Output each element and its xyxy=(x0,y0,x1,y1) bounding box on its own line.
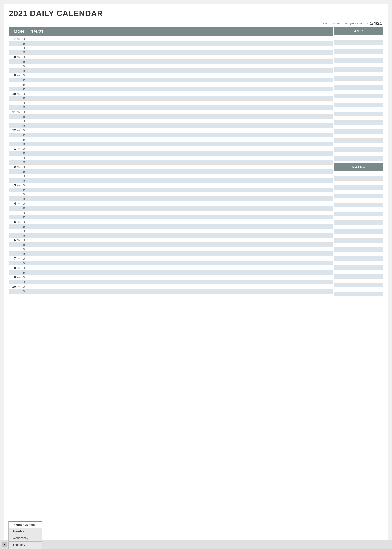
note-row[interactable] xyxy=(334,274,383,279)
time-row[interactable]: :45 xyxy=(9,252,333,256)
time-row[interactable]: :30 xyxy=(9,192,333,197)
note-row[interactable] xyxy=(334,221,383,225)
time-row[interactable]: :15 xyxy=(9,151,333,156)
task-row[interactable] xyxy=(334,125,383,130)
task-row[interactable] xyxy=(334,139,383,143)
note-row[interactable] xyxy=(334,283,383,287)
time-row[interactable]: 1PM:00 xyxy=(9,146,333,151)
note-row[interactable] xyxy=(334,261,383,265)
task-row[interactable] xyxy=(334,63,383,67)
note-row[interactable] xyxy=(334,265,383,270)
task-row[interactable] xyxy=(334,76,383,81)
time-row[interactable]: 8AM:00 xyxy=(9,55,333,60)
time-row[interactable]: :15 xyxy=(9,224,333,229)
time-row[interactable]: 4PM:00 xyxy=(9,201,333,206)
time-row[interactable]: :45 xyxy=(9,197,333,201)
time-row[interactable]: :30 xyxy=(9,211,333,215)
time-row[interactable]: 9PM:00 xyxy=(9,275,333,280)
task-row[interactable] xyxy=(334,112,383,116)
task-row[interactable] xyxy=(334,121,383,125)
time-row[interactable]: 6PM:00 xyxy=(9,238,333,243)
time-row[interactable]: 11AM:00 xyxy=(9,110,333,115)
note-row[interactable] xyxy=(334,185,383,190)
task-row[interactable] xyxy=(334,81,383,85)
note-row[interactable] xyxy=(334,198,383,203)
time-row[interactable]: 10AM:00 xyxy=(9,91,333,96)
note-row[interactable] xyxy=(334,252,383,256)
task-row[interactable] xyxy=(334,36,383,41)
time-row[interactable]: :30 xyxy=(9,289,333,294)
note-row[interactable] xyxy=(334,270,383,274)
time-row[interactable]: :45 xyxy=(9,69,333,73)
note-row[interactable] xyxy=(334,247,383,252)
task-row[interactable] xyxy=(334,85,383,90)
note-row[interactable] xyxy=(334,172,383,176)
time-row[interactable]: :15 xyxy=(9,96,333,101)
time-row[interactable]: :45 xyxy=(9,105,333,110)
task-row[interactable] xyxy=(334,156,383,161)
time-row[interactable]: :45 xyxy=(9,87,333,91)
time-row[interactable]: :30 xyxy=(9,119,333,123)
time-row[interactable]: :15 xyxy=(9,188,333,192)
note-row[interactable] xyxy=(334,279,383,283)
time-row[interactable]: :15 xyxy=(9,243,333,247)
task-row[interactable] xyxy=(334,90,383,94)
task-row[interactable] xyxy=(334,98,383,103)
time-row[interactable]: :30 xyxy=(9,137,333,142)
note-row[interactable] xyxy=(334,176,383,181)
task-row[interactable] xyxy=(334,58,383,63)
time-row[interactable]: :15 xyxy=(9,133,333,137)
task-row[interactable] xyxy=(334,147,383,152)
time-row[interactable]: 12PM:00 xyxy=(9,128,333,133)
note-row[interactable] xyxy=(334,292,383,296)
time-row[interactable]: :30 xyxy=(9,46,333,50)
time-row[interactable]: :30 xyxy=(9,64,333,69)
task-row[interactable] xyxy=(334,134,383,139)
date-entry-value[interactable]: 1/4/21 xyxy=(370,21,382,26)
time-row[interactable]: :30 xyxy=(9,174,333,178)
task-row[interactable] xyxy=(334,116,383,121)
task-row[interactable] xyxy=(334,94,383,98)
time-row[interactable]: 2PM:00 xyxy=(9,165,333,169)
time-row[interactable]: :45 xyxy=(9,215,333,219)
time-row[interactable]: :30 xyxy=(9,101,333,105)
task-row[interactable] xyxy=(334,72,383,76)
task-row[interactable] xyxy=(334,41,383,45)
note-row[interactable] xyxy=(334,203,383,207)
tab-tuesday[interactable]: Tuesday xyxy=(8,528,42,535)
note-row[interactable] xyxy=(334,212,383,216)
time-row[interactable]: :45 xyxy=(9,178,333,183)
note-row[interactable] xyxy=(334,234,383,239)
note-row[interactable] xyxy=(334,207,383,212)
note-row[interactable] xyxy=(334,194,383,198)
task-row[interactable] xyxy=(334,67,383,72)
note-row[interactable] xyxy=(334,190,383,194)
tab-planner-monday[interactable]: Planner Monday xyxy=(8,521,42,528)
time-row[interactable]: :45 xyxy=(9,142,333,146)
time-row[interactable]: 9AM:00 xyxy=(9,73,333,78)
time-row[interactable]: 3PM:00 xyxy=(9,183,333,188)
note-row[interactable] xyxy=(334,243,383,247)
time-row[interactable]: 7PM:00 xyxy=(9,256,333,261)
time-row[interactable]: :15 xyxy=(9,60,333,64)
time-row[interactable]: 10PM:00 xyxy=(9,284,333,289)
time-row[interactable]: :30 xyxy=(9,280,333,284)
tab-thursday[interactable]: Thursday xyxy=(8,541,42,548)
note-row[interactable] xyxy=(334,256,383,261)
time-row[interactable]: :30 xyxy=(9,247,333,252)
tab-wednesday[interactable]: Wednesday xyxy=(8,535,42,541)
note-row[interactable] xyxy=(334,216,383,221)
tab-friday[interactable]: Friday xyxy=(8,548,42,549)
note-row[interactable] xyxy=(334,225,383,230)
note-row[interactable] xyxy=(334,239,383,243)
time-row[interactable]: 8PM:00 xyxy=(9,265,333,270)
note-row[interactable] xyxy=(334,230,383,234)
time-row[interactable]: :45 xyxy=(9,160,333,165)
time-row[interactable]: :45 xyxy=(9,123,333,128)
time-row[interactable]: :15 xyxy=(9,206,333,211)
time-row[interactable]: :15 xyxy=(9,78,333,82)
note-row[interactable] xyxy=(334,181,383,185)
time-row[interactable]: :15 xyxy=(9,115,333,119)
time-row[interactable]: :30 xyxy=(9,82,333,87)
task-row[interactable] xyxy=(334,45,383,49)
